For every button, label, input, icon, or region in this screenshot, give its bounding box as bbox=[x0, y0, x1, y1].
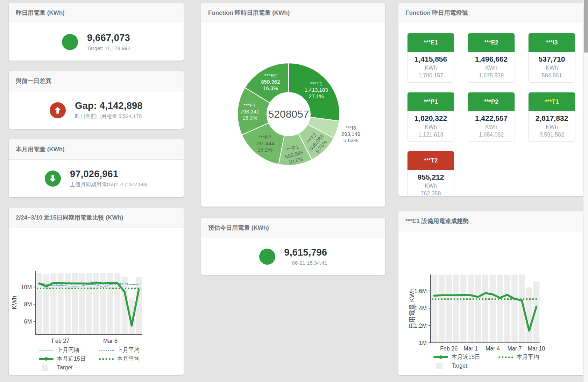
light-tile-unit: KWh bbox=[468, 65, 515, 71]
target-bar bbox=[482, 275, 489, 343]
x-tick: Mar 4 bbox=[486, 346, 500, 352]
stat-value: 97,026,961 bbox=[70, 169, 148, 180]
target-bar bbox=[468, 275, 474, 343]
legend-swatch-box bbox=[42, 364, 48, 371]
light-tile-header: ***P1 bbox=[408, 92, 454, 111]
comparison-chart-legend: 上月同期上月平均本月近15日本月平均Target bbox=[39, 346, 140, 371]
light-tile-unit: KWh bbox=[408, 65, 454, 71]
target-bar bbox=[526, 287, 532, 343]
e1-trend-legend: 本月近15日本月平均Target bbox=[433, 353, 539, 370]
month-stat: 97,026,961 上個月同期用電Gap: -17,377,566 bbox=[9, 160, 184, 197]
light-tile-unit: KWh bbox=[529, 65, 575, 71]
light-tile-value: 2,817,832 bbox=[529, 114, 575, 123]
donut-center-label: 5208057 bbox=[268, 108, 309, 120]
target-bar bbox=[490, 275, 496, 343]
status-lights-grid: ***E11,415,856KWh1,700,157***E21,496,662… bbox=[398, 23, 584, 196]
legend-label: 本月平均 bbox=[117, 355, 140, 363]
dashboard: 昨日用電量 (KWh) 9,667,073 Target: 11,128,992… bbox=[9, 3, 584, 375]
stat-timestamp: 06-21 15:34:41 bbox=[284, 260, 327, 266]
target-bar bbox=[475, 275, 481, 343]
y-tick: 8M bbox=[24, 301, 32, 307]
target-bar bbox=[439, 275, 445, 343]
x-tick: Mar 7 bbox=[508, 346, 522, 352]
light-tile-target: 3,591,562 bbox=[529, 132, 575, 138]
legend-item-本月近15日[interactable]: 本月近15日 bbox=[39, 355, 99, 363]
x-tick: Mar 6 bbox=[103, 338, 118, 344]
legend-label: Target bbox=[57, 364, 72, 371]
legend-swatch-dash bbox=[99, 350, 114, 351]
legend-dot bbox=[439, 355, 442, 359]
legend-item-本月平均[interactable]: 本月平均 bbox=[99, 355, 140, 363]
column-middle: Function 即時日用電量 (KWh) ***T11,413,18327.1… bbox=[201, 3, 385, 375]
legend-item-Target[interactable]: Target bbox=[39, 364, 99, 371]
y-tick: 1.6M bbox=[414, 288, 427, 294]
light-tile-unit: KWh bbox=[408, 183, 454, 189]
target-bar bbox=[460, 275, 467, 343]
donut-svg: ***T11,413,18327.1%***I3293,1495.63%***T… bbox=[201, 23, 385, 206]
vertical-scrollbar[interactable] bbox=[583, 0, 588, 382]
legend-swatch-thick bbox=[433, 356, 448, 358]
y-axis-label: 日用電量 KWh bbox=[409, 288, 416, 329]
light-tile-***T2[interactable]: ***T2955,212KWh762,358 bbox=[407, 151, 454, 196]
light-tile-value: 1,020,322 bbox=[408, 114, 454, 123]
card-realtime-donut: Function 即時日用電量 (KWh) ***T11,413,18327.1… bbox=[201, 3, 385, 207]
legend-label: 上月同期 bbox=[57, 347, 79, 354]
light-tile-***E1[interactable]: ***E11,415,856KWh1,700,157 bbox=[407, 33, 454, 83]
legend-item-本月近15日[interactable]: 本月近15日 bbox=[433, 353, 498, 361]
x-tick: Feb 26 bbox=[440, 346, 458, 352]
light-tile-***I3[interactable]: ***I3537,710KWh584,861 bbox=[528, 33, 575, 83]
y-tick: 6M bbox=[24, 319, 32, 325]
card-title: 與前一日差異 bbox=[9, 71, 184, 91]
card-title: 2/24~3/10 近15日同期用電量比較 (KWh) bbox=[9, 208, 184, 228]
stat-subtext: 昨日與前日用電量 5,524,175 bbox=[75, 113, 142, 120]
legend-dot bbox=[44, 357, 48, 361]
light-tile-value: 955,212 bbox=[408, 173, 454, 181]
card-status-lights: Function 昨日用電燈號 ***E11,415,856KWh1,700,1… bbox=[398, 3, 584, 196]
card-e1-trend: ***E1 設備用電達成趨勢 1M1.2M1.4M1.6MFeb 26Mar 1… bbox=[398, 211, 584, 375]
card-title: Function 即時日用電量 (KWh) bbox=[201, 3, 385, 23]
donut-label-***I3: ***I3293,1495.63% bbox=[341, 125, 360, 143]
light-tile-***P1[interactable]: ***P11,020,322KWh1,121,613 bbox=[407, 92, 454, 142]
stat-subtext: 上個月同期用電Gap: -17,377,566 bbox=[70, 181, 148, 188]
light-tile-target: 762,358 bbox=[408, 190, 454, 196]
target-bar bbox=[446, 275, 452, 343]
stat-text: 9,667,073 Target: 11,128,992 bbox=[87, 33, 130, 51]
light-tile-header: ***T1 bbox=[529, 92, 575, 111]
light-tile-target: 1,684,092 bbox=[468, 132, 515, 138]
card-month-usage: 本月用電量 (KWh) 97,026,961 上個月同期用電Gap: -17,3… bbox=[9, 139, 184, 197]
light-tile-header: ***T2 bbox=[408, 151, 454, 170]
yesterday-stat: 9,667,073 Target: 11,128,992 bbox=[9, 23, 184, 61]
legend-label: Target bbox=[452, 363, 467, 369]
y-axis-label: KWh bbox=[11, 296, 18, 309]
scrollbar-thumb[interactable] bbox=[584, 0, 588, 53]
compare-chart-body: 6M8M10MFeb 27Mar 6KWh 上月同期上月平均本月近15日本月平均… bbox=[9, 228, 184, 375]
card-title: 昨日用電量 (KWh) bbox=[9, 3, 184, 23]
light-tile-***P2[interactable]: ***P21,422,557KWh1,684,092 bbox=[468, 92, 515, 142]
legend-swatch-line bbox=[39, 350, 54, 350]
x-tick: Feb 27 bbox=[52, 338, 69, 344]
status-circle-icon bbox=[259, 249, 275, 265]
target-bar bbox=[136, 277, 142, 334]
target-bar bbox=[504, 275, 510, 343]
light-tile-unit: KWh bbox=[468, 124, 515, 130]
legend-item-Target[interactable]: Target bbox=[433, 362, 498, 370]
light-tile-unit: KWh bbox=[529, 124, 575, 130]
stat-value: 9,615,796 bbox=[284, 247, 327, 258]
status-circle-icon bbox=[62, 34, 78, 50]
legend-item-上月同期[interactable]: 上月同期 bbox=[39, 346, 99, 354]
legend-label: 本月近15日 bbox=[452, 354, 480, 361]
card-title: Function 昨日用電燈號 bbox=[398, 3, 584, 23]
day-gap-stat: Gap: 4,142,898 昨日與前日用電量 5,524,175 bbox=[9, 91, 184, 129]
light-tile-***E2[interactable]: ***E21,496,662KWh1,675,939 bbox=[468, 33, 515, 83]
card-compare-chart: 2/24~3/10 近15日同期用電量比較 (KWh) 6M8M10MFeb 2… bbox=[9, 208, 184, 375]
realtime-donut-chart: ***T11,413,18327.1%***I3293,1495.63%***T… bbox=[201, 23, 385, 207]
light-tile-value: 1,415,856 bbox=[408, 55, 454, 63]
legend-item-上月平均[interactable]: 上月平均 bbox=[99, 346, 140, 354]
stat-text: 9,615,796 06-21 15:34:41 bbox=[284, 247, 327, 266]
legend-item-本月平均[interactable]: 本月平均 bbox=[498, 353, 539, 361]
light-tile-***T1[interactable]: ***T12,817,832KWh3,591,562 bbox=[528, 92, 575, 142]
e1-trend-chart-svg: 1M1.2M1.4M1.6MFeb 26Mar 1Mar 4Mar 7Mar 1… bbox=[398, 231, 580, 352]
card-day-gap: 與前一日差異 Gap: 4,142,898 昨日與前日用電量 5,524,175 bbox=[9, 71, 184, 129]
target-bar bbox=[72, 273, 78, 334]
legend-swatch-thick bbox=[39, 358, 54, 360]
